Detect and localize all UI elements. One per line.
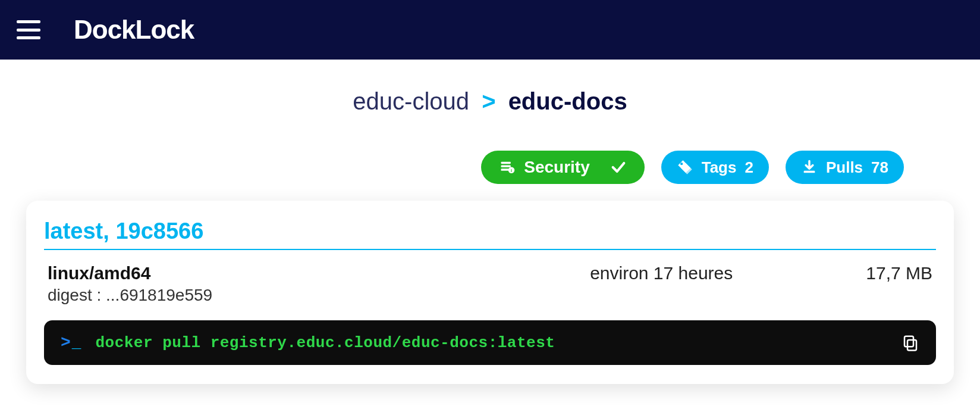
security-icon: i [499,159,516,176]
tags-count: 2 [745,158,753,177]
download-icon [801,159,818,176]
pull-command: docker pull registry.educ.cloud/educ-doc… [95,334,555,352]
check-icon [610,159,627,176]
pulls-label: Pulls [826,158,863,177]
size-label: 17,7 MB [866,263,932,283]
tag-card: latest, 19c8566 linux/amd64 digest : ...… [26,201,954,384]
tags-button[interactable]: Tags 2 [661,151,769,184]
copy-icon[interactable] [902,334,919,352]
digest-label: digest : ...691819e559 [48,286,457,305]
breadcrumb-current: educ-docs [508,88,627,114]
svg-rect-6 [804,171,815,173]
tag-info-left: linux/amd64 digest : ...691819e559 [48,263,457,305]
tags-label: Tags [702,158,737,177]
action-bar: i Security Tags 2 Pulls 78 [0,134,980,195]
tag-info-row: linux/amd64 digest : ...691819e559 envir… [44,263,936,305]
security-label: Security [524,158,590,177]
tags-icon [677,159,693,176]
breadcrumb-parent[interactable]: educ-cloud [353,88,469,114]
breadcrumb: educ-cloud > educ-docs [0,60,980,134]
svg-point-5 [680,163,683,165]
brand-logo[interactable]: DockLock [74,15,194,45]
age-label: environ 17 heures [457,263,866,283]
svg-rect-1 [501,166,511,168]
app-header: DockLock [0,0,980,60]
svg-rect-8 [904,336,913,347]
hamburger-menu-icon[interactable] [17,20,40,39]
terminal-content: >_ docker pull registry.educ.cloud/educ-… [61,333,555,352]
terminal-box: >_ docker pull registry.educ.cloud/educ-… [44,320,936,365]
svg-rect-0 [501,162,511,164]
platform-label: linux/amd64 [48,263,457,283]
breadcrumb-separator: > [482,88,495,114]
svg-rect-7 [907,340,916,351]
security-button[interactable]: i Security [481,151,645,184]
tag-title[interactable]: latest, 19c8566 [44,219,936,250]
terminal-prompt-icon: >_ [61,333,81,352]
svg-text:i: i [511,168,512,173]
pulls-count: 78 [871,158,888,177]
pulls-button[interactable]: Pulls 78 [786,151,904,184]
